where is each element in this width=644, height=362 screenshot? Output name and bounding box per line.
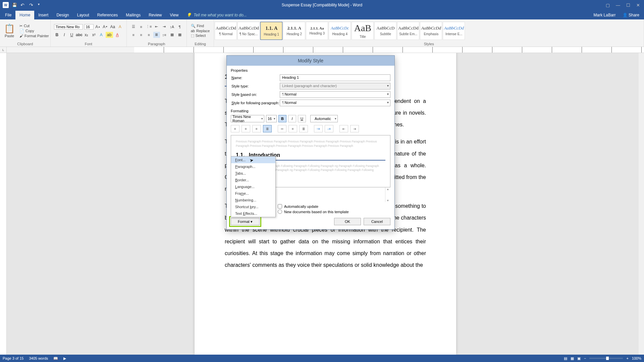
cut-button[interactable]: ✂Cut [19, 24, 49, 28]
tab-layout[interactable]: Layout [73, 11, 93, 19]
tab-review[interactable]: Review [145, 11, 166, 19]
pilcrow-icon[interactable]: ¶ [176, 24, 183, 30]
dlg-spacing-15[interactable]: ≡ [288, 125, 297, 132]
ribbon-display-icon[interactable]: ▢ [606, 3, 610, 8]
align-left-icon[interactable]: ≡ [130, 32, 137, 38]
format-menu-font[interactable]: Font... ➤ [231, 157, 275, 163]
numbering-icon[interactable]: ≡ [138, 24, 145, 30]
print-layout-icon[interactable]: ▦ [571, 356, 574, 361]
tab-references[interactable]: References [93, 11, 122, 19]
vertical-ruler[interactable] [0, 53, 7, 355]
format-menu-texteffects[interactable]: Text Effects... [231, 210, 275, 217]
dlg-size-select[interactable]: 16 [266, 115, 277, 122]
line-spacing-icon[interactable]: ↕≡ [161, 32, 168, 38]
share-button[interactable]: 👤 Share [623, 13, 639, 17]
dlg-spacing-2[interactable]: ≣ [299, 125, 308, 132]
style-card[interactable]: AaBbCcDd¶ Normal [215, 22, 237, 40]
desc-scroll-down-icon[interactable]: ▾ [387, 199, 389, 202]
redo-icon[interactable]: ↷ [29, 2, 33, 8]
paste-icon[interactable]: 📋 [4, 23, 15, 34]
tab-mailings[interactable]: Mailings [122, 11, 145, 19]
replace-button[interactable]: abReplace [191, 29, 210, 33]
superscript-icon[interactable]: x² [91, 32, 97, 38]
align-right-icon[interactable]: ≡ [146, 32, 152, 38]
dlg-italic-button[interactable]: I [288, 115, 296, 122]
zoom-level[interactable]: 100% [632, 356, 641, 360]
tab-home[interactable]: Home [15, 11, 34, 19]
minimize-icon[interactable]: — [616, 3, 620, 8]
auto-update-checkbox[interactable] [278, 204, 282, 208]
multilevel-icon[interactable]: ⋮≡ [146, 24, 152, 30]
justify-icon[interactable]: ≣ [153, 32, 160, 38]
word-count[interactable]: 3405 words [29, 356, 48, 360]
name-field[interactable]: Heading 1 [280, 74, 390, 81]
cancel-button[interactable]: Cancel [364, 218, 390, 225]
font-color-icon[interactable]: A [114, 32, 120, 38]
ok-button[interactable]: OK [334, 218, 361, 225]
align-center-icon[interactable]: ≡ [138, 32, 145, 38]
format-menu-tabs[interactable]: Tabs... [231, 170, 275, 177]
style-card[interactable]: AaBbCcDSubtitle [374, 22, 396, 40]
find-button[interactable]: 🔍Find [191, 24, 210, 28]
dlg-para-after[interactable]: ↓≡ [325, 125, 333, 132]
macro-icon[interactable]: ▶ [63, 356, 66, 361]
font-size-select[interactable] [84, 24, 94, 29]
inc-indent-icon[interactable]: ⇥ [161, 24, 168, 30]
bullets-icon[interactable]: ☰ [130, 24, 137, 30]
following-select[interactable]: ¶Normal [280, 100, 390, 106]
zoom-slider[interactable] [589, 358, 623, 359]
dlg-underline-button[interactable]: U [298, 115, 306, 122]
qat-customize-icon[interactable]: ▾ [38, 2, 40, 8]
paste-button[interactable]: Paste [5, 34, 14, 38]
font-name-select[interactable] [54, 24, 83, 29]
style-card[interactable]: AaBTitle [352, 22, 374, 40]
underline-icon[interactable]: U [69, 32, 75, 38]
style-card[interactable]: AaBbCcDd¶ No Spac... [237, 22, 260, 40]
tab-selector[interactable]: L [0, 47, 7, 53]
tab-file[interactable]: File [1, 11, 15, 19]
subscript-icon[interactable]: x₂ [84, 32, 90, 38]
format-menu-paragraph[interactable]: Paragraph... [231, 163, 275, 170]
dlg-spacing-1[interactable]: ═ [278, 125, 286, 132]
shrink-font-icon[interactable]: A▼ [102, 24, 108, 30]
tab-design[interactable]: Design [52, 11, 73, 19]
new-docs-radio[interactable] [278, 209, 282, 214]
bold-icon[interactable]: B [54, 32, 60, 38]
page-indicator[interactable]: Page 3 of 15 [3, 356, 23, 360]
change-case-icon[interactable]: Aa [110, 24, 116, 30]
dlg-para-before[interactable]: ↑≡ [314, 125, 323, 132]
shading-icon[interactable]: ▦ [169, 32, 175, 38]
clear-format-icon[interactable]: A [117, 24, 123, 30]
dlg-align-left[interactable]: ≡ [231, 125, 239, 132]
text-effects-icon[interactable]: A [98, 32, 104, 38]
format-menu-numbering[interactable]: Numbering... [231, 197, 275, 203]
format-menu-border[interactable]: Border... [231, 177, 275, 183]
dlg-font-select[interactable]: Times New Roman [231, 115, 264, 122]
zoom-in-icon[interactable]: + [626, 356, 628, 360]
tell-me-input[interactable]: 💡Tell me what you want to do... [182, 11, 589, 19]
format-menu-frame[interactable]: Frame... [231, 190, 275, 197]
dlg-justify[interactable]: ≣ [263, 125, 272, 132]
copy-button[interactable]: 📄Copy [19, 29, 49, 33]
grow-font-icon[interactable]: A▲ [95, 24, 101, 30]
borders-icon[interactable]: ▦ [176, 32, 183, 38]
style-card[interactable]: AaBbCcDdIntense E... [443, 22, 465, 40]
style-card[interactable]: 2.1.1. AaHeading 3 [306, 22, 328, 40]
vertical-scrollbar[interactable] [639, 53, 644, 355]
dlg-inc-indent[interactable]: ⇥ [350, 125, 359, 132]
desc-scroll-up-icon[interactable]: ▴ [387, 187, 389, 191]
style-card[interactable]: 2.1.1. AHeading 2 [283, 22, 305, 40]
highlight-icon[interactable]: ab [106, 32, 113, 38]
based-on-select[interactable]: ¶Normal [280, 91, 390, 98]
tab-view[interactable]: View [166, 11, 183, 19]
undo-icon[interactable]: ↶ [20, 2, 24, 8]
format-menu-language[interactable]: Language... [231, 183, 275, 190]
zoom-out-icon[interactable]: − [584, 356, 586, 360]
save-icon[interactable]: 💾 [12, 3, 17, 7]
italic-icon[interactable]: I [61, 32, 67, 38]
tab-insert[interactable]: Insert [34, 11, 52, 19]
web-layout-icon[interactable]: ▣ [577, 356, 581, 361]
select-button[interactable]: ⬚Select [191, 34, 210, 38]
style-card[interactable]: AaBbCcDcHeading 4 [329, 22, 351, 40]
dlg-align-right[interactable]: ≡ [252, 125, 261, 132]
